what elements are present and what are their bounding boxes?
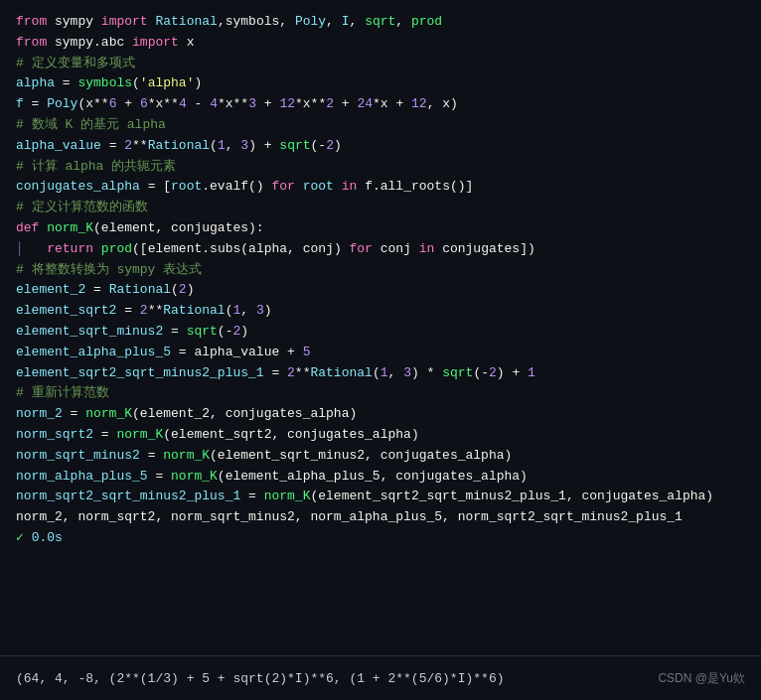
editor-area: from sympy import Rational,symbols, Poly… [0, 0, 761, 655]
code-line: norm_alpha_plus_5 = norm_K(element_alpha… [16, 467, 745, 488]
code-line: norm_2 = norm_K(element_2, conjugates_al… [16, 404, 745, 425]
code-line: conjugates_alpha = [root.evalf() for roo… [16, 177, 745, 198]
code-line: # 定义变量和多项式 [16, 54, 745, 74]
code-line: element_alpha_plus_5 = alpha_value + 5 [16, 343, 745, 363]
code-line: from sympy.abc import x [16, 33, 745, 54]
code-line: element_sqrt_minus2 = sqrt(-2) [16, 322, 745, 343]
code-line: from sympy import Rational,symbols, Poly… [16, 12, 745, 33]
output-result: (64, 4, -8, (2**(1/3) + 5 + sqrt(2)*I)**… [16, 671, 504, 686]
code-line: # 将整数转换为 sympy 表达式 [16, 260, 745, 281]
code-line: element_sqrt2_sqrt_minus2_plus_1 = 2**Ra… [16, 363, 745, 384]
code-line: norm_sqrt_minus2 = norm_K(element_sqrt_m… [16, 446, 745, 467]
code-line: norm_sqrt2_sqrt_minus2_plus_1 = norm_K(e… [16, 487, 745, 507]
code-line: # 重新计算范数 [16, 383, 745, 404]
code-line: alpha_value = 2**Rational(1, 3) + sqrt(-… [16, 136, 745, 157]
code-line: element_2 = Rational(2) [16, 280, 745, 301]
code-line: alpha = symbols('alpha') [16, 73, 745, 94]
watermark: CSDN @是Yu欸 [658, 670, 745, 687]
code-line: # 数域 K 的基元 alpha [16, 115, 745, 136]
code-line: norm_2, norm_sqrt2, norm_sqrt_minus2, no… [16, 507, 745, 528]
code-line: # 定义计算范数的函数 [16, 198, 745, 218]
code-line: def norm_K(element, conjugates): [16, 218, 745, 239]
code-line: # 计算 alpha 的共轭元素 [16, 157, 745, 178]
code-line: norm_sqrt2 = norm_K(element_sqrt2, conju… [16, 425, 745, 446]
bottom-bar: (64, 4, -8, (2**(1/3) + 5 + sqrt(2)*I)**… [0, 655, 761, 700]
code-line: │ return prod([element.subs(alpha, conj)… [16, 239, 745, 260]
code-line: ✓ 0.0s [16, 528, 745, 549]
code-line: element_sqrt2 = 2**Rational(1, 3) [16, 301, 745, 322]
code-line: f = Poly(x**6 + 6*x**4 - 4*x**3 + 12*x**… [16, 94, 745, 115]
